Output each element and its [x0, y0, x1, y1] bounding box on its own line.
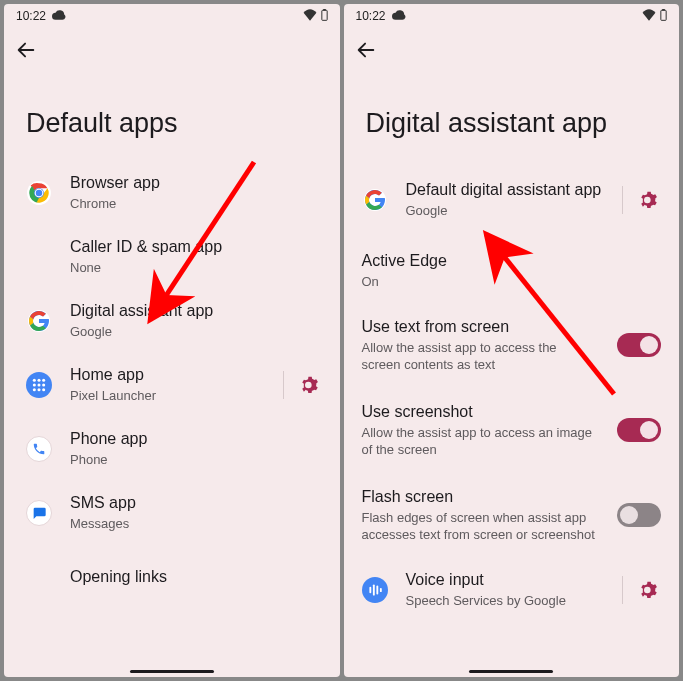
gear-icon[interactable]: [637, 578, 661, 602]
switch-use-screenshot[interactable]: [617, 418, 661, 442]
chrome-icon: [26, 180, 52, 206]
row-label: Opening links: [70, 567, 322, 587]
row-home-app[interactable]: Home app Pixel Launcher: [4, 353, 340, 417]
toolbar: [4, 28, 340, 72]
left-screen: 10:22 Default apps Browser app: [4, 4, 340, 677]
svg-point-11: [42, 383, 45, 386]
page-title: Default apps: [4, 72, 340, 161]
phone-icon: [26, 436, 52, 462]
row-label: Voice input: [406, 570, 605, 590]
svg-rect-1: [323, 9, 326, 10]
row-opening-links[interactable]: Opening links: [4, 545, 340, 609]
row-label: Active Edge: [362, 251, 662, 271]
svg-point-9: [33, 383, 36, 386]
row-use-screenshot[interactable]: Use screenshot Allow the assist app to a…: [344, 388, 680, 473]
row-label: Phone app: [70, 429, 322, 449]
google-g-icon: [362, 187, 388, 213]
row-sublabel: Pixel Launcher: [70, 387, 265, 405]
gear-icon[interactable]: [637, 188, 661, 212]
row-voice-input[interactable]: Voice input Speech Services by Google: [344, 558, 680, 622]
divider: [283, 371, 284, 399]
row-sublabel: Phone: [70, 451, 322, 469]
svg-rect-16: [662, 9, 665, 10]
row-label: Home app: [70, 365, 265, 385]
row-sublabel: Allow the assist app to access the scree…: [362, 339, 600, 374]
google-g-icon: [26, 308, 52, 334]
row-label: Default digital assistant app: [406, 180, 605, 200]
row-label: Browser app: [70, 173, 322, 193]
settings-list: Default digital assistant app Google Act…: [344, 161, 680, 663]
row-digital-assistant[interactable]: Digital assistant app Google: [4, 289, 340, 353]
row-label: Flash screen: [362, 487, 600, 507]
row-sublabel: None: [70, 259, 322, 277]
cloud-icon: [52, 9, 66, 23]
row-sublabel: Messages: [70, 515, 322, 533]
row-browser-app[interactable]: Browser app Chrome: [4, 161, 340, 225]
status-bar: 10:22: [4, 4, 340, 28]
nav-bar: [4, 663, 340, 677]
row-label: Digital assistant app: [70, 301, 322, 321]
svg-point-10: [37, 383, 40, 386]
svg-rect-0: [321, 10, 326, 20]
back-button[interactable]: [14, 38, 38, 62]
svg-point-6: [33, 379, 36, 382]
row-label: SMS app: [70, 493, 322, 513]
row-sms-app[interactable]: SMS app Messages: [4, 481, 340, 545]
wifi-icon: [303, 9, 317, 24]
cloud-icon: [392, 9, 406, 23]
right-screen: 10:22 Digital assistant app Default d: [344, 4, 680, 677]
battery-icon: [660, 9, 667, 24]
row-sublabel: Allow the assist app to access an image …: [362, 424, 600, 459]
apps-grid-icon: [26, 372, 52, 398]
svg-point-8: [42, 379, 45, 382]
nav-bar: [344, 663, 680, 677]
row-sublabel: On: [362, 273, 662, 291]
row-caller-id[interactable]: Caller ID & spam app None: [4, 225, 340, 289]
status-bar: 10:22: [344, 4, 680, 28]
row-label: Use screenshot: [362, 402, 600, 422]
status-time: 10:22: [356, 9, 386, 23]
switch-flash-screen[interactable]: [617, 503, 661, 527]
svg-point-4: [35, 189, 43, 197]
nav-handle[interactable]: [469, 670, 553, 673]
row-sublabel: Flash edges of screen when assist app ac…: [362, 509, 600, 544]
svg-point-13: [37, 388, 40, 391]
svg-rect-15: [661, 10, 666, 20]
row-default-assistant[interactable]: Default digital assistant app Google: [344, 161, 680, 239]
row-phone-app[interactable]: Phone app Phone: [4, 417, 340, 481]
row-flash-screen[interactable]: Flash screen Flash edges of screen when …: [344, 473, 680, 558]
status-time: 10:22: [16, 9, 46, 23]
row-active-edge[interactable]: Active Edge On: [344, 239, 680, 303]
back-button[interactable]: [354, 38, 378, 62]
divider: [622, 186, 623, 214]
row-label: Use text from screen: [362, 317, 600, 337]
switch-use-text[interactable]: [617, 333, 661, 357]
settings-list: Browser app Chrome Caller ID & spam app …: [4, 161, 340, 663]
row-label: Caller ID & spam app: [70, 237, 322, 257]
row-use-text[interactable]: Use text from screen Allow the assist ap…: [344, 303, 680, 388]
row-sublabel: Google: [406, 202, 605, 220]
messages-icon: [26, 500, 52, 526]
divider: [622, 576, 623, 604]
battery-icon: [321, 9, 328, 24]
row-sublabel: Google: [70, 323, 322, 341]
row-sublabel: Speech Services by Google: [406, 592, 605, 610]
svg-point-12: [33, 388, 36, 391]
nav-handle[interactable]: [130, 670, 214, 673]
speech-icon: [362, 577, 388, 603]
svg-point-14: [42, 388, 45, 391]
toolbar: [344, 28, 680, 72]
wifi-icon: [642, 9, 656, 24]
row-sublabel: Chrome: [70, 195, 322, 213]
page-title: Digital assistant app: [344, 72, 680, 161]
svg-point-7: [37, 379, 40, 382]
gear-icon[interactable]: [298, 373, 322, 397]
